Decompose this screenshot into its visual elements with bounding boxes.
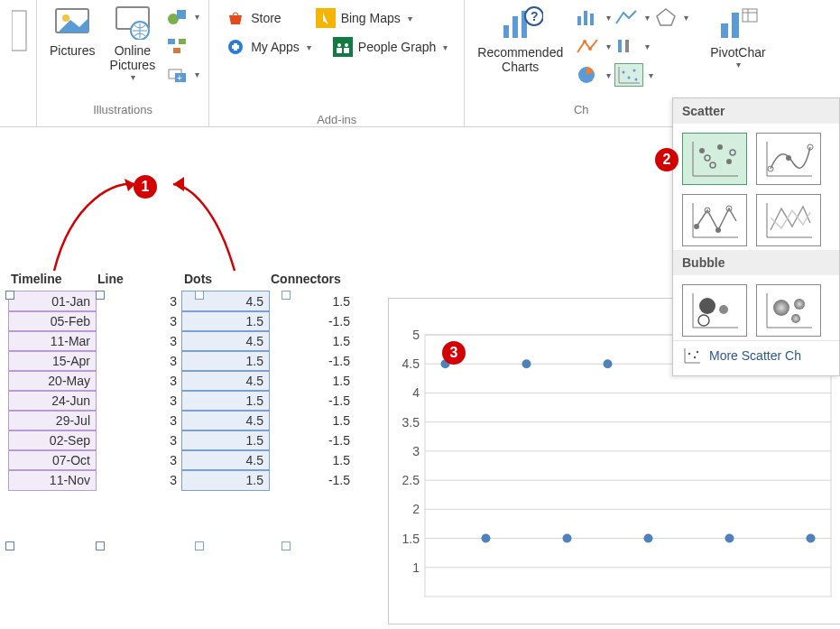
cell[interactable]: 3 bbox=[96, 351, 182, 371]
cell[interactable]: 1.5 bbox=[182, 311, 269, 331]
cell[interactable]: 05-Feb bbox=[9, 311, 96, 331]
table-row[interactable]: 29-Jul34.51.5 bbox=[9, 411, 355, 430]
online-pictures-button[interactable]: Online Pictures ▾ bbox=[103, 0, 163, 82]
cell[interactable]: 4.5 bbox=[182, 450, 269, 470]
people-graph-icon bbox=[333, 37, 353, 57]
people-graph-button[interactable]: People Graph ▾ bbox=[329, 34, 451, 60]
cell[interactable]: -1.5 bbox=[269, 351, 355, 371]
bubble-3d-option[interactable] bbox=[756, 284, 821, 337]
bar-chart-icon bbox=[576, 7, 601, 27]
svg-marker-83 bbox=[173, 177, 184, 191]
annotation-badge-2: 2 bbox=[655, 148, 678, 171]
table-row[interactable]: 15-Apr31.5-1.5 bbox=[9, 351, 355, 371]
cell[interactable]: 1.5 bbox=[182, 430, 269, 450]
table-button[interactable] bbox=[5, 0, 35, 58]
cell[interactable]: -1.5 bbox=[269, 470, 355, 490]
cell[interactable]: 1.5 bbox=[182, 470, 269, 490]
svg-point-40 bbox=[635, 79, 638, 81]
pie-chart-button[interactable] bbox=[576, 65, 601, 85]
store-button[interactable]: Store bbox=[222, 5, 284, 31]
table-row[interactable]: 24-Jun31.5-1.5 bbox=[9, 391, 355, 411]
scatter-mini-icon bbox=[682, 347, 702, 365]
scatter-dropdown-panel: Scatter bbox=[672, 97, 840, 376]
smartart-button[interactable] bbox=[162, 32, 203, 58]
svg-point-74 bbox=[773, 300, 789, 316]
cell[interactable]: 3 bbox=[96, 411, 182, 430]
cell[interactable]: 20-May bbox=[9, 371, 96, 391]
table-row[interactable]: 11-Nov31.5-1.5 bbox=[9, 470, 355, 490]
table-row[interactable]: 01-Jan34.51.5 bbox=[9, 291, 355, 311]
pivot-chart-button[interactable]: PivotChar ▾ bbox=[703, 0, 772, 69]
cell[interactable]: 3 bbox=[96, 430, 182, 450]
svg-point-75 bbox=[794, 299, 805, 310]
cell[interactable]: 1.5 bbox=[182, 351, 269, 371]
svg-rect-22 bbox=[512, 16, 518, 38]
cell[interactable]: 02-Sep bbox=[9, 430, 96, 450]
chevron-down-icon: ▾ bbox=[131, 72, 135, 82]
data-table[interactable]: Timeline Line Dots Connectors 01-Jan34.5… bbox=[9, 269, 355, 490]
cell[interactable]: 3 bbox=[96, 331, 182, 351]
cell[interactable]: 11-Nov bbox=[9, 470, 96, 490]
svg-rect-27 bbox=[584, 11, 587, 25]
scatter-chart-button[interactable] bbox=[614, 63, 643, 87]
line-chart-button[interactable] bbox=[614, 7, 640, 27]
svg-point-108 bbox=[644, 534, 653, 543]
cell[interactable]: 1.5 bbox=[269, 331, 355, 351]
recommended-charts-button[interactable]: ? Recommended Charts bbox=[470, 0, 570, 74]
svg-rect-6 bbox=[177, 10, 186, 19]
hierarchy-icon bbox=[576, 36, 601, 56]
table-row[interactable]: 05-Feb31.5-1.5 bbox=[9, 311, 355, 331]
cell[interactable]: -1.5 bbox=[269, 311, 355, 331]
scatter-straight-markers-option[interactable] bbox=[682, 194, 747, 246]
pictures-button[interactable]: Pictures bbox=[42, 0, 103, 58]
cell[interactable]: 24-Jun bbox=[9, 391, 96, 411]
my-apps-button[interactable]: My Apps ▾ bbox=[222, 34, 315, 60]
svg-point-30 bbox=[583, 40, 586, 43]
table-row[interactable]: 07-Oct34.51.5 bbox=[9, 450, 355, 470]
bar-chart-button[interactable] bbox=[576, 7, 601, 27]
shapes-button[interactable]: ▾ bbox=[162, 4, 203, 29]
cell[interactable]: 3 bbox=[96, 291, 182, 311]
cell[interactable]: 3 bbox=[96, 450, 182, 470]
scatter-only-option[interactable] bbox=[682, 133, 747, 185]
cell[interactable]: 4.5 bbox=[182, 331, 269, 351]
scatter-straight-lines-option[interactable] bbox=[756, 194, 821, 246]
scatter-smooth-markers-option[interactable] bbox=[756, 133, 821, 185]
svg-text:?: ? bbox=[531, 9, 539, 23]
cell[interactable]: 1.5 bbox=[269, 371, 355, 391]
table-row[interactable]: 20-May34.51.5 bbox=[9, 371, 355, 391]
cell[interactable]: 3 bbox=[96, 470, 182, 490]
svg-point-71 bbox=[698, 315, 709, 326]
group-label-illustrations: Illustrations bbox=[93, 97, 152, 116]
cell[interactable]: 1.5 bbox=[182, 391, 269, 411]
stat-chart-button[interactable] bbox=[614, 36, 640, 56]
cell[interactable]: 3 bbox=[96, 371, 182, 391]
cell[interactable]: 4.5 bbox=[182, 371, 269, 391]
cell[interactable]: 1.5 bbox=[269, 411, 355, 430]
cell[interactable]: 4.5 bbox=[182, 411, 269, 430]
cell[interactable]: -1.5 bbox=[269, 430, 355, 450]
cell[interactable]: 01-Jan bbox=[9, 291, 96, 311]
bing-maps-button[interactable]: Bing Maps ▾ bbox=[312, 5, 416, 31]
hier-chart-button[interactable] bbox=[576, 36, 601, 56]
cell[interactable]: -1.5 bbox=[269, 391, 355, 411]
more-scatter-charts-link[interactable]: More Scatter Ch bbox=[673, 340, 839, 370]
cell[interactable]: 29-Jul bbox=[9, 411, 96, 430]
svg-point-2 bbox=[62, 14, 69, 22]
cell[interactable]: 1.5 bbox=[269, 450, 355, 470]
cell[interactable]: 3 bbox=[96, 391, 182, 411]
svg-text:2: 2 bbox=[412, 502, 420, 516]
radar-chart-button[interactable] bbox=[653, 7, 678, 27]
bubble-option[interactable] bbox=[682, 284, 747, 337]
cell[interactable]: 3 bbox=[96, 311, 182, 331]
screenshot-button[interactable]: + ▾ bbox=[162, 61, 203, 87]
recommended-charts-icon: ? bbox=[498, 4, 543, 42]
pictures-icon bbox=[52, 4, 92, 40]
table-row[interactable]: 11-Mar34.51.5 bbox=[9, 331, 355, 351]
table-row[interactable]: 02-Sep31.5-1.5 bbox=[9, 430, 355, 450]
cell[interactable]: 07-Oct bbox=[9, 450, 96, 470]
screenshot-icon: + bbox=[166, 64, 188, 84]
cell[interactable]: 11-Mar bbox=[9, 331, 96, 351]
ribbon-group-truncated bbox=[4, 0, 37, 126]
cell[interactable]: 15-Apr bbox=[9, 351, 96, 371]
